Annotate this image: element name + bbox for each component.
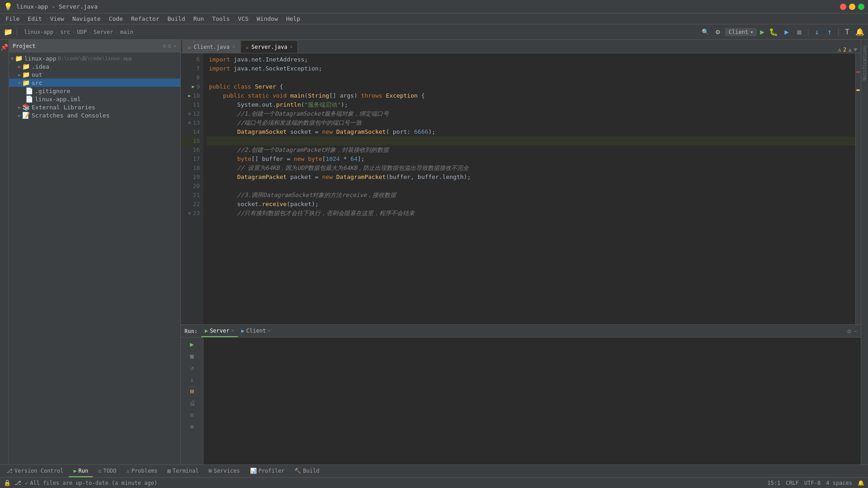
maximize-button[interactable] [858, 4, 864, 10]
tab-client-close[interactable]: × [232, 44, 235, 49]
code-line-6: import java.net.InetAddress; [207, 55, 855, 64]
vcs-update-btn[interactable]: ↓ [811, 27, 822, 38]
menu-file[interactable]: File [2, 14, 23, 23]
code-line-12: //1.创建一个DatagramSocket服务端对象，绑定端口号 [207, 109, 855, 118]
line-num-20: 20 [181, 182, 200, 191]
breadcrumb-src[interactable]: src [60, 29, 70, 35]
run-stop-btn[interactable]: ■ [187, 351, 197, 361]
tree-item-external[interactable]: ▶ 📚 External Libraries [9, 103, 180, 111]
line-ending[interactable]: CRLF [786, 480, 799, 486]
run-btn-9[interactable]: ▶ [192, 82, 194, 91]
run-tab[interactable]: ▶ Run [69, 465, 93, 477]
tree-arrow-external: ▶ [18, 105, 21, 110]
tree-item-scratches[interactable]: ▶ 📝 Scratches and Consoles [9, 111, 180, 119]
run-filter-btn[interactable]: ⊟ [187, 386, 197, 396]
run-btn-10[interactable]: ▶ [188, 91, 191, 100]
run-tab-bar: Run: ▶ Server × ▶ Client × ⚙ − [181, 325, 861, 338]
left-icon-1[interactable]: 📌 [1, 42, 8, 53]
run-panel-minimize[interactable]: − [854, 328, 857, 334]
project-folder-icon: 📁 [15, 55, 23, 62]
run-print-btn[interactable]: 🖨 [187, 398, 197, 408]
toolbar-separator [17, 28, 17, 36]
menu-edit[interactable]: Edit [24, 14, 45, 23]
tab-server-java[interactable]: ☕ Server.java × [241, 40, 298, 53]
menu-build[interactable]: Build [164, 14, 189, 23]
breadcrumb: linux-app › src › UDP › Server › main [24, 29, 133, 35]
notifications-btn[interactable]: 🔔 [854, 27, 865, 38]
tree-item-out[interactable]: ▶ 📁 out [9, 70, 180, 79]
tab-server-close[interactable]: × [290, 44, 292, 49]
breadcrumb-app[interactable]: linux-app [24, 29, 53, 35]
build-tab[interactable]: 🔨 Build [290, 465, 324, 477]
terminal-tab[interactable]: ▤ Terminal [163, 465, 203, 477]
menu-view[interactable]: View [47, 14, 68, 23]
run-tab-client[interactable]: ▶ Client × [238, 325, 274, 337]
problems-tab[interactable]: ⚠ Problems [122, 465, 162, 477]
breadcrumb-main[interactable]: main [120, 29, 133, 35]
tree-item-iml[interactable]: 📄 linux-app.iml [9, 95, 180, 103]
tab-client-java[interactable]: ☕ Client.java × [183, 40, 240, 53]
error-stripe [855, 53, 861, 324]
project-close-icon[interactable]: × [173, 42, 177, 49]
line-num-9: ▶9 [181, 82, 200, 91]
menu-help[interactable]: Help [283, 14, 304, 23]
project-layout-icon[interactable]: ≡ [168, 42, 171, 49]
run-rerun-btn[interactable]: ↺ [187, 363, 197, 373]
tree-item-idea[interactable]: ▶ 📁 .idea [9, 62, 180, 70]
code-editor[interactable]: import java.net.InetAddress; import java… [203, 53, 855, 324]
notifications-status[interactable]: 🔔 [858, 480, 864, 486]
line-num-17: 17 [181, 155, 200, 164]
cursor-position[interactable]: 15:1 [767, 480, 780, 486]
menu-vcs[interactable]: VCS [234, 14, 252, 23]
fold-btn-13[interactable]: ⊖ [188, 118, 191, 127]
run-client-close[interactable]: × [268, 328, 270, 333]
run-tab-server[interactable]: ▶ Server × [201, 325, 238, 337]
vcs-commit-btn[interactable]: ↑ [824, 27, 835, 38]
profiler-tab[interactable]: 📊 Profiler [245, 465, 289, 477]
breadcrumb-server[interactable]: Server [94, 29, 113, 35]
minimize-button[interactable] [849, 4, 855, 10]
tree-item-src[interactable]: ▼ 📁 src [9, 79, 180, 87]
breadcrumb-udp[interactable]: UDP [77, 29, 87, 35]
close-button[interactable] [840, 4, 846, 10]
search-everywhere-btn[interactable]: 🔍 [700, 27, 711, 38]
run-with-coverage-btn[interactable]: ▶ [781, 27, 792, 38]
window-title: linux-app - Server.java [16, 3, 98, 10]
run-settings2-btn[interactable]: ≡ [187, 410, 197, 420]
tree-item-gitignore[interactable]: 📄 .gitignore [9, 87, 180, 95]
run-server-close[interactable]: × [231, 328, 234, 333]
code-line-10: public static void main(String[] args) t… [207, 91, 855, 100]
code-line-7: import java.net.SocketException; [207, 64, 855, 73]
project-gear-icon[interactable]: ⚙ [163, 42, 166, 49]
scroll-down-icon[interactable]: ▼ [854, 46, 857, 53]
translate-btn[interactable]: T [842, 27, 853, 38]
indent-settings[interactable]: 4 spaces [826, 480, 852, 486]
debug-button[interactable]: 🐛 [768, 28, 779, 36]
menu-run[interactable]: Run [190, 14, 208, 23]
encoding[interactable]: UTF-8 [804, 480, 821, 486]
menu-code[interactable]: Code [105, 14, 127, 23]
stop-btn[interactable]: ■ [794, 27, 805, 38]
menu-window[interactable]: Window [253, 14, 282, 23]
menu-tools[interactable]: Tools [208, 14, 233, 23]
run-config-selector[interactable]: Client ▾ [725, 28, 757, 36]
tree-item-root[interactable]: ▼ 📁 linux-app D:\code\圆\code\linux-app [9, 54, 180, 62]
project-structure-btn[interactable]: 📁 [3, 27, 14, 38]
line-numbers: ▶6 ▶7 8 ▶9 ▶10 11 ⊖12 ⊖13 14 15 16 17 18… [181, 53, 203, 324]
run-panel-settings[interactable]: ⚙ [847, 328, 851, 335]
todo-tab[interactable]: ☑ TODO [94, 465, 121, 477]
run-client-icon: ▶ [241, 328, 245, 334]
services-tab[interactable]: ⊞ Services [204, 465, 245, 477]
menu-navigate[interactable]: Navigate [69, 14, 104, 23]
run-play-btn[interactable]: ▶ [187, 339, 197, 349]
menu-refactor[interactable]: Refactor [127, 14, 163, 23]
run-external-btn[interactable]: ⊕ [187, 422, 197, 432]
run-scroll-btn[interactable]: ↓ [187, 375, 197, 385]
version-control-tab[interactable]: ⎇ Version Control [2, 465, 68, 477]
scroll-up-icon[interactable]: ▲ [848, 46, 852, 53]
fold-btn-12[interactable]: ⊖ [188, 109, 191, 118]
fold-btn-23[interactable]: ⊖ [188, 209, 191, 218]
line-num-8: 8 [181, 73, 200, 82]
settings-btn[interactable]: ⚙ [712, 27, 723, 38]
run-button[interactable]: ▶ [759, 28, 766, 36]
